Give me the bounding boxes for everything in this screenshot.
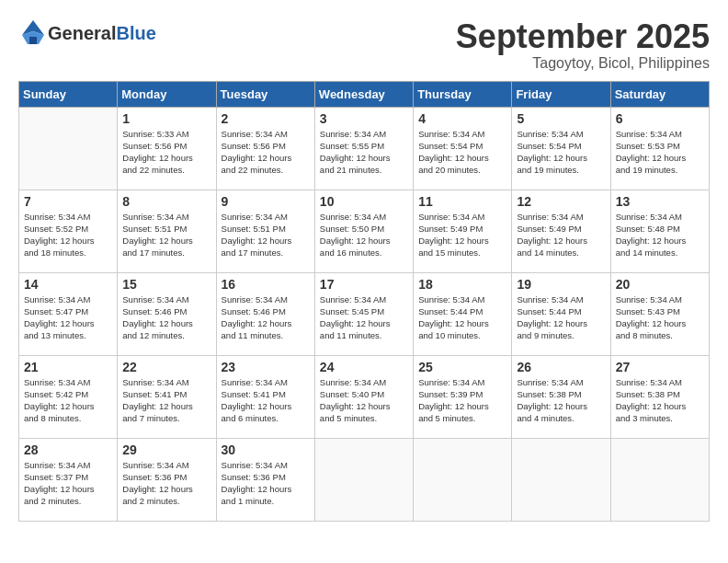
day-number: 28 xyxy=(24,442,112,457)
calendar-week-row: 21Sunrise: 5:34 AM Sunset: 5:42 PM Dayli… xyxy=(19,355,710,438)
day-number: 18 xyxy=(418,277,506,292)
cell-info: Sunrise: 5:34 AM Sunset: 5:50 PM Dayligh… xyxy=(320,211,408,259)
day-number: 30 xyxy=(222,442,310,457)
header-wednesday: Wednesday xyxy=(314,81,413,107)
table-row: 15Sunrise: 5:34 AM Sunset: 5:46 PM Dayli… xyxy=(118,272,216,355)
calendar-week-row: 14Sunrise: 5:34 AM Sunset: 5:47 PM Dayli… xyxy=(19,272,710,355)
svg-rect-3 xyxy=(29,37,37,44)
cell-info: Sunrise: 5:34 AM Sunset: 5:56 PM Dayligh… xyxy=(222,128,310,177)
table-row: 5Sunrise: 5:34 AM Sunset: 5:54 PM Daylig… xyxy=(512,107,610,190)
day-number: 6 xyxy=(616,111,704,126)
header-tuesday: Tuesday xyxy=(216,81,314,107)
table-row: 26Sunrise: 5:34 AM Sunset: 5:38 PM Dayli… xyxy=(512,355,610,438)
location-title: Tagoytoy, Bicol, Philippines xyxy=(456,55,710,72)
table-row xyxy=(512,438,610,521)
table-row: 30Sunrise: 5:34 AM Sunset: 5:36 PM Dayli… xyxy=(216,438,314,521)
cell-info: Sunrise: 5:34 AM Sunset: 5:51 PM Dayligh… xyxy=(122,211,210,259)
cell-info: Sunrise: 5:34 AM Sunset: 5:36 PM Dayligh… xyxy=(122,459,210,508)
day-number: 9 xyxy=(222,194,310,209)
calendar-table: Sunday Monday Tuesday Wednesday Thursday… xyxy=(18,81,710,522)
cell-info: Sunrise: 5:34 AM Sunset: 5:38 PM Dayligh… xyxy=(517,376,605,425)
day-number: 26 xyxy=(517,360,605,374)
day-number: 10 xyxy=(320,194,408,209)
day-number: 4 xyxy=(418,111,506,126)
table-row: 27Sunrise: 5:34 AM Sunset: 5:38 PM Dayli… xyxy=(610,355,709,438)
cell-info: Sunrise: 5:34 AM Sunset: 5:45 PM Dayligh… xyxy=(320,293,408,342)
logo-text-blue: Blue xyxy=(116,23,155,44)
header-thursday: Thursday xyxy=(414,81,512,107)
cell-info: Sunrise: 5:34 AM Sunset: 5:41 PM Dayligh… xyxy=(122,376,210,425)
table-row: 17Sunrise: 5:34 AM Sunset: 5:45 PM Dayli… xyxy=(314,272,413,355)
day-number: 17 xyxy=(320,277,408,292)
cell-info: Sunrise: 5:34 AM Sunset: 5:48 PM Dayligh… xyxy=(616,211,704,259)
cell-info: Sunrise: 5:34 AM Sunset: 5:46 PM Dayligh… xyxy=(122,293,210,342)
cell-info: Sunrise: 5:34 AM Sunset: 5:36 PM Dayligh… xyxy=(222,459,310,508)
table-row xyxy=(414,438,512,521)
day-number: 16 xyxy=(222,277,310,292)
day-number: 22 xyxy=(122,360,210,374)
cell-info: Sunrise: 5:34 AM Sunset: 5:55 PM Dayligh… xyxy=(320,128,408,177)
logo-text-general: General xyxy=(48,23,116,44)
page-header: General Blue September 2025 Tagoytoy, Bi… xyxy=(18,18,710,72)
cell-info: Sunrise: 5:34 AM Sunset: 5:49 PM Dayligh… xyxy=(418,211,506,259)
calendar-week-row: 7Sunrise: 5:34 AM Sunset: 5:52 PM Daylig… xyxy=(19,190,710,272)
table-row: 20Sunrise: 5:34 AM Sunset: 5:43 PM Dayli… xyxy=(610,272,709,355)
table-row: 9Sunrise: 5:34 AM Sunset: 5:51 PM Daylig… xyxy=(216,190,314,272)
cell-info: Sunrise: 5:34 AM Sunset: 5:54 PM Dayligh… xyxy=(418,128,506,177)
day-number: 20 xyxy=(616,277,704,292)
day-number: 15 xyxy=(122,277,210,292)
day-number: 13 xyxy=(616,194,704,209)
table-row: 25Sunrise: 5:34 AM Sunset: 5:39 PM Dayli… xyxy=(414,355,512,438)
table-row: 18Sunrise: 5:34 AM Sunset: 5:44 PM Dayli… xyxy=(414,272,512,355)
cell-info: Sunrise: 5:34 AM Sunset: 5:43 PM Dayligh… xyxy=(616,293,704,342)
month-title: September 2025 xyxy=(456,18,710,55)
cell-info: Sunrise: 5:34 AM Sunset: 5:44 PM Dayligh… xyxy=(517,293,605,342)
cell-info: Sunrise: 5:34 AM Sunset: 5:51 PM Dayligh… xyxy=(222,211,310,259)
table-row: 29Sunrise: 5:34 AM Sunset: 5:36 PM Dayli… xyxy=(118,438,216,521)
cell-info: Sunrise: 5:34 AM Sunset: 5:42 PM Dayligh… xyxy=(24,376,112,425)
table-row: 16Sunrise: 5:34 AM Sunset: 5:46 PM Dayli… xyxy=(216,272,314,355)
table-row: 24Sunrise: 5:34 AM Sunset: 5:40 PM Dayli… xyxy=(314,355,413,438)
day-number: 23 xyxy=(222,360,310,374)
cell-info: Sunrise: 5:34 AM Sunset: 5:54 PM Dayligh… xyxy=(517,128,605,177)
table-row: 12Sunrise: 5:34 AM Sunset: 5:49 PM Dayli… xyxy=(512,190,610,272)
day-number: 24 xyxy=(320,360,408,374)
cell-info: Sunrise: 5:34 AM Sunset: 5:47 PM Dayligh… xyxy=(24,293,112,342)
cell-info: Sunrise: 5:34 AM Sunset: 5:41 PM Dayligh… xyxy=(222,376,310,425)
table-row: 22Sunrise: 5:34 AM Sunset: 5:41 PM Dayli… xyxy=(118,355,216,438)
table-row xyxy=(314,438,413,521)
cell-info: Sunrise: 5:34 AM Sunset: 5:49 PM Dayligh… xyxy=(517,211,605,259)
day-number: 29 xyxy=(122,442,210,457)
cell-info: Sunrise: 5:34 AM Sunset: 5:46 PM Dayligh… xyxy=(222,293,310,342)
table-row: 14Sunrise: 5:34 AM Sunset: 5:47 PM Dayli… xyxy=(19,272,118,355)
table-row xyxy=(19,107,118,190)
table-row: 28Sunrise: 5:34 AM Sunset: 5:37 PM Dayli… xyxy=(19,438,118,521)
table-row xyxy=(610,438,709,521)
day-number: 21 xyxy=(24,360,112,374)
header-friday: Friday xyxy=(512,81,610,107)
calendar-week-row: 28Sunrise: 5:34 AM Sunset: 5:37 PM Dayli… xyxy=(19,438,710,521)
day-number: 11 xyxy=(418,194,506,209)
cell-info: Sunrise: 5:34 AM Sunset: 5:37 PM Dayligh… xyxy=(24,459,112,508)
cell-info: Sunrise: 5:34 AM Sunset: 5:38 PM Dayligh… xyxy=(616,376,704,425)
cell-info: Sunrise: 5:34 AM Sunset: 5:39 PM Dayligh… xyxy=(418,376,506,425)
table-row: 23Sunrise: 5:34 AM Sunset: 5:41 PM Dayli… xyxy=(216,355,314,438)
cell-info: Sunrise: 5:34 AM Sunset: 5:40 PM Dayligh… xyxy=(320,376,408,425)
day-number: 27 xyxy=(616,360,704,374)
table-row: 7Sunrise: 5:34 AM Sunset: 5:52 PM Daylig… xyxy=(19,190,118,272)
day-number: 25 xyxy=(418,360,506,374)
calendar-header-row: Sunday Monday Tuesday Wednesday Thursday… xyxy=(19,81,710,107)
day-number: 8 xyxy=(122,194,210,209)
table-row: 11Sunrise: 5:34 AM Sunset: 5:49 PM Dayli… xyxy=(414,190,512,272)
day-number: 5 xyxy=(517,111,605,126)
day-number: 2 xyxy=(222,111,310,126)
header-sunday: Sunday xyxy=(19,81,118,107)
day-number: 3 xyxy=(320,111,408,126)
header-saturday: Saturday xyxy=(610,81,709,107)
day-number: 12 xyxy=(517,194,605,209)
cell-info: Sunrise: 5:34 AM Sunset: 5:52 PM Dayligh… xyxy=(24,211,112,259)
table-row: 6Sunrise: 5:34 AM Sunset: 5:53 PM Daylig… xyxy=(610,107,709,190)
logo-icon xyxy=(18,18,48,48)
title-area: September 2025 Tagoytoy, Bicol, Philippi… xyxy=(456,18,710,72)
cell-info: Sunrise: 5:33 AM Sunset: 5:56 PM Dayligh… xyxy=(122,128,210,177)
